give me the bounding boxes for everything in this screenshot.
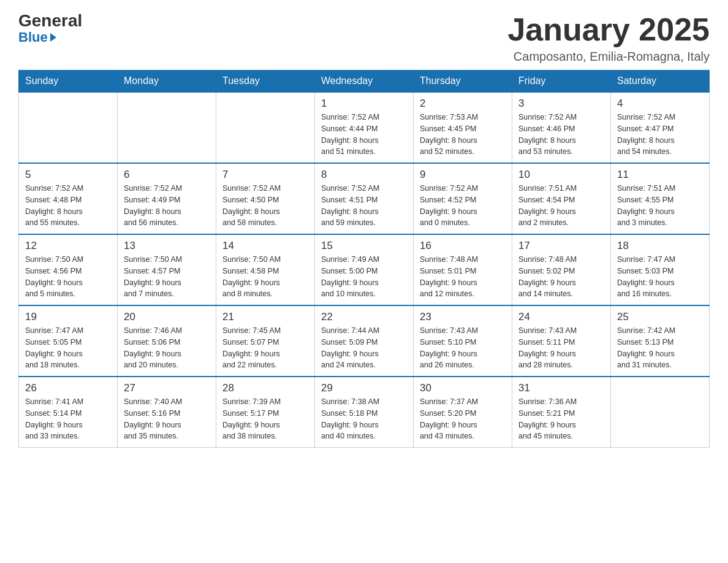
calendar-header-row: SundayMondayTuesdayWednesdayThursdayFrid… bbox=[19, 71, 710, 93]
calendar-day-cell: 22Sunrise: 7:44 AM Sunset: 5:09 PM Dayli… bbox=[315, 305, 414, 377]
day-info: Sunrise: 7:41 AM Sunset: 5:14 PM Dayligh… bbox=[25, 396, 111, 442]
day-info: Sunrise: 7:40 AM Sunset: 5:16 PM Dayligh… bbox=[124, 396, 210, 442]
day-info: Sunrise: 7:52 AM Sunset: 4:52 PM Dayligh… bbox=[420, 183, 506, 229]
title-block: January 2025 Camposanto, Emilia-Romagna,… bbox=[507, 12, 710, 64]
day-number: 15 bbox=[321, 240, 407, 252]
calendar-weekday-header: Tuesday bbox=[216, 71, 315, 93]
calendar-day-cell: 15Sunrise: 7:49 AM Sunset: 5:00 PM Dayli… bbox=[315, 234, 414, 305]
calendar-weekday-header: Friday bbox=[512, 71, 611, 93]
calendar-day-cell: 1Sunrise: 7:52 AM Sunset: 4:44 PM Daylig… bbox=[315, 92, 414, 163]
logo-arrow-icon bbox=[50, 33, 56, 42]
day-info: Sunrise: 7:39 AM Sunset: 5:17 PM Dayligh… bbox=[222, 396, 308, 442]
day-number: 12 bbox=[25, 240, 111, 252]
calendar-week-row: 19Sunrise: 7:47 AM Sunset: 5:05 PM Dayli… bbox=[19, 305, 710, 377]
day-info: Sunrise: 7:47 AM Sunset: 5:05 PM Dayligh… bbox=[25, 325, 111, 371]
calendar-day-cell: 24Sunrise: 7:43 AM Sunset: 5:11 PM Dayli… bbox=[512, 305, 611, 377]
calendar-weekday-header: Wednesday bbox=[315, 71, 414, 93]
day-number: 3 bbox=[518, 98, 604, 110]
day-info: Sunrise: 7:46 AM Sunset: 5:06 PM Dayligh… bbox=[124, 325, 210, 371]
calendar-day-cell: 29Sunrise: 7:38 AM Sunset: 5:18 PM Dayli… bbox=[315, 377, 414, 448]
day-number: 30 bbox=[420, 382, 506, 394]
day-number: 14 bbox=[222, 240, 308, 252]
logo: General Blue bbox=[18, 12, 82, 45]
logo-general-text: General bbox=[18, 12, 82, 29]
day-number: 9 bbox=[420, 169, 506, 181]
day-info: Sunrise: 7:52 AM Sunset: 4:46 PM Dayligh… bbox=[518, 112, 604, 158]
calendar-day-cell: 2Sunrise: 7:53 AM Sunset: 4:45 PM Daylig… bbox=[414, 92, 512, 163]
calendar-day-cell: 16Sunrise: 7:48 AM Sunset: 5:01 PM Dayli… bbox=[414, 234, 512, 305]
day-number: 5 bbox=[25, 169, 111, 181]
day-info: Sunrise: 7:51 AM Sunset: 4:55 PM Dayligh… bbox=[617, 183, 703, 229]
day-info: Sunrise: 7:43 AM Sunset: 5:10 PM Dayligh… bbox=[420, 325, 506, 371]
calendar-day-cell bbox=[611, 377, 710, 448]
day-number: 25 bbox=[617, 311, 703, 323]
day-info: Sunrise: 7:52 AM Sunset: 4:48 PM Dayligh… bbox=[25, 183, 111, 229]
calendar-day-cell: 31Sunrise: 7:36 AM Sunset: 5:21 PM Dayli… bbox=[512, 377, 611, 448]
day-info: Sunrise: 7:52 AM Sunset: 4:50 PM Dayligh… bbox=[222, 183, 308, 229]
day-info: Sunrise: 7:43 AM Sunset: 5:11 PM Dayligh… bbox=[518, 325, 604, 371]
calendar-day-cell: 21Sunrise: 7:45 AM Sunset: 5:07 PM Dayli… bbox=[216, 305, 315, 377]
day-number: 4 bbox=[617, 98, 703, 110]
calendar-day-cell: 4Sunrise: 7:52 AM Sunset: 4:47 PM Daylig… bbox=[611, 92, 710, 163]
day-number: 22 bbox=[321, 311, 407, 323]
day-number: 13 bbox=[124, 240, 210, 252]
calendar-week-row: 1Sunrise: 7:52 AM Sunset: 4:44 PM Daylig… bbox=[19, 92, 710, 163]
calendar-day-cell: 20Sunrise: 7:46 AM Sunset: 5:06 PM Dayli… bbox=[118, 305, 216, 377]
calendar-day-cell: 5Sunrise: 7:52 AM Sunset: 4:48 PM Daylig… bbox=[19, 163, 118, 234]
calendar-day-cell: 3Sunrise: 7:52 AM Sunset: 4:46 PM Daylig… bbox=[512, 92, 611, 163]
calendar-day-cell: 28Sunrise: 7:39 AM Sunset: 5:17 PM Dayli… bbox=[216, 377, 315, 448]
logo-blue-text: Blue bbox=[18, 29, 56, 45]
calendar-day-cell: 7Sunrise: 7:52 AM Sunset: 4:50 PM Daylig… bbox=[216, 163, 315, 234]
day-number: 8 bbox=[321, 169, 407, 181]
day-info: Sunrise: 7:45 AM Sunset: 5:07 PM Dayligh… bbox=[222, 325, 308, 371]
day-number: 23 bbox=[420, 311, 506, 323]
day-number: 21 bbox=[222, 311, 308, 323]
calendar-day-cell: 14Sunrise: 7:50 AM Sunset: 4:58 PM Dayli… bbox=[216, 234, 315, 305]
calendar-day-cell: 6Sunrise: 7:52 AM Sunset: 4:49 PM Daylig… bbox=[118, 163, 216, 234]
day-number: 24 bbox=[518, 311, 604, 323]
calendar-day-cell: 23Sunrise: 7:43 AM Sunset: 5:10 PM Dayli… bbox=[414, 305, 512, 377]
day-info: Sunrise: 7:48 AM Sunset: 5:02 PM Dayligh… bbox=[518, 254, 604, 300]
day-number: 28 bbox=[222, 382, 308, 394]
day-number: 29 bbox=[321, 382, 407, 394]
day-info: Sunrise: 7:52 AM Sunset: 4:49 PM Dayligh… bbox=[124, 183, 210, 229]
day-info: Sunrise: 7:37 AM Sunset: 5:20 PM Dayligh… bbox=[420, 396, 506, 442]
day-info: Sunrise: 7:52 AM Sunset: 4:47 PM Dayligh… bbox=[617, 112, 703, 158]
calendar-weekday-header: Saturday bbox=[611, 71, 710, 93]
calendar-day-cell: 9Sunrise: 7:52 AM Sunset: 4:52 PM Daylig… bbox=[414, 163, 512, 234]
day-info: Sunrise: 7:53 AM Sunset: 4:45 PM Dayligh… bbox=[420, 112, 506, 158]
day-number: 20 bbox=[124, 311, 210, 323]
calendar-day-cell: 12Sunrise: 7:50 AM Sunset: 4:56 PM Dayli… bbox=[19, 234, 118, 305]
day-info: Sunrise: 7:36 AM Sunset: 5:21 PM Dayligh… bbox=[518, 396, 604, 442]
day-info: Sunrise: 7:42 AM Sunset: 5:13 PM Dayligh… bbox=[617, 325, 703, 371]
day-info: Sunrise: 7:47 AM Sunset: 5:03 PM Dayligh… bbox=[617, 254, 703, 300]
day-info: Sunrise: 7:51 AM Sunset: 4:54 PM Dayligh… bbox=[518, 183, 604, 229]
calendar-day-cell: 19Sunrise: 7:47 AM Sunset: 5:05 PM Dayli… bbox=[19, 305, 118, 377]
location-text: Camposanto, Emilia-Romagna, Italy bbox=[507, 50, 710, 64]
day-info: Sunrise: 7:50 AM Sunset: 4:56 PM Dayligh… bbox=[25, 254, 111, 300]
calendar-day-cell: 8Sunrise: 7:52 AM Sunset: 4:51 PM Daylig… bbox=[315, 163, 414, 234]
day-info: Sunrise: 7:50 AM Sunset: 4:58 PM Dayligh… bbox=[222, 254, 308, 300]
calendar-day-cell bbox=[118, 92, 216, 163]
calendar-day-cell: 10Sunrise: 7:51 AM Sunset: 4:54 PM Dayli… bbox=[512, 163, 611, 234]
day-info: Sunrise: 7:44 AM Sunset: 5:09 PM Dayligh… bbox=[321, 325, 407, 371]
day-number: 18 bbox=[617, 240, 703, 252]
day-number: 27 bbox=[124, 382, 210, 394]
calendar-table: SundayMondayTuesdayWednesdayThursdayFrid… bbox=[18, 70, 710, 448]
day-number: 26 bbox=[25, 382, 111, 394]
calendar-day-cell bbox=[19, 92, 118, 163]
calendar-day-cell: 30Sunrise: 7:37 AM Sunset: 5:20 PM Dayli… bbox=[414, 377, 512, 448]
calendar-weekday-header: Thursday bbox=[414, 71, 512, 93]
day-info: Sunrise: 7:48 AM Sunset: 5:01 PM Dayligh… bbox=[420, 254, 506, 300]
calendar-weekday-header: Monday bbox=[118, 71, 216, 93]
day-number: 7 bbox=[222, 169, 308, 181]
day-number: 2 bbox=[420, 98, 506, 110]
calendar-week-row: 12Sunrise: 7:50 AM Sunset: 4:56 PM Dayli… bbox=[19, 234, 710, 305]
calendar-day-cell: 26Sunrise: 7:41 AM Sunset: 5:14 PM Dayli… bbox=[19, 377, 118, 448]
month-title: January 2025 bbox=[507, 12, 710, 47]
calendar-day-cell: 13Sunrise: 7:50 AM Sunset: 4:57 PM Dayli… bbox=[118, 234, 216, 305]
page-header: General Blue January 2025 Camposanto, Em… bbox=[18, 12, 710, 64]
day-info: Sunrise: 7:38 AM Sunset: 5:18 PM Dayligh… bbox=[321, 396, 407, 442]
day-number: 10 bbox=[518, 169, 604, 181]
day-info: Sunrise: 7:52 AM Sunset: 4:44 PM Dayligh… bbox=[321, 112, 407, 158]
